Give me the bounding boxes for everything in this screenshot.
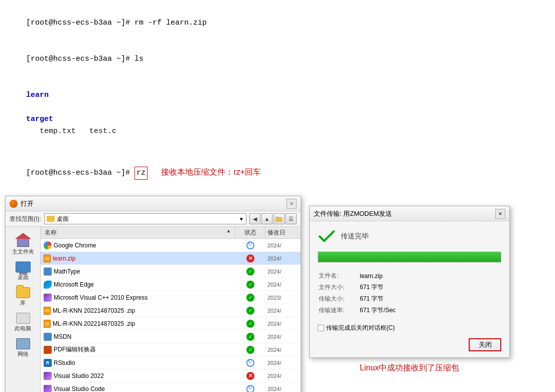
- file-row[interactable]: Microsoft Edge ✓ 2024/: [41, 278, 301, 291]
- file-row[interactable]: Visual Studio 2022 ✕ 2024/: [41, 369, 301, 382]
- file-date-cell: 2024/: [265, 359, 301, 367]
- file-list-header: 名称 ▲ 状态 修改日: [41, 227, 301, 239]
- file-status-cell: ✓: [235, 306, 265, 316]
- success-row: 传送完毕: [318, 227, 501, 245]
- terminal-line-1: [root@hcss-ecs-b3aa ~]# rm -rf learn.zip: [8, 5, 547, 41]
- close-on-finish-checkbox[interactable]: [318, 325, 324, 331]
- computer-icon: [16, 313, 30, 324]
- file-name-cell: Visual Studio 2022: [41, 371, 235, 381]
- file-row-learnzip[interactable]: zip learn.zip ✕ 2024/: [41, 252, 301, 265]
- file-date-cell: 2023/: [265, 294, 301, 302]
- green-status-icon: ✓: [246, 281, 254, 289]
- dialog-title: 打开: [10, 199, 34, 208]
- dialog-app-icon: [10, 200, 18, 208]
- filename-value: learn.zip: [360, 271, 500, 281]
- file-status-cell: [235, 384, 265, 393]
- file-status-cell: ✕: [235, 253, 265, 264]
- chrome-icon: [44, 241, 52, 249]
- file-row[interactable]: zip ML-R-KNN 202214870325 .zip ✓ 2024/: [41, 304, 301, 317]
- file-status-cell: ✓: [235, 345, 265, 355]
- transfer-size-label: 传输大小:: [319, 294, 359, 304]
- transfer-info-table: 文件名: learn.zip 文件大小: 671 字节 传输大小: 671 字节…: [318, 270, 501, 317]
- app-icon: [44, 333, 52, 341]
- dialog-close-button[interactable]: ×: [287, 199, 297, 209]
- view-button[interactable]: ☰: [286, 213, 297, 224]
- transfer-close-main-button[interactable]: 关闭: [469, 338, 501, 351]
- right-panel: 文件传输: 用ZMODEM发送 × 传送完毕: [309, 196, 510, 392]
- green-status-icon: ✓: [246, 333, 254, 341]
- transfer-titlebar: 文件传输: 用ZMODEM发送 ×: [310, 206, 509, 221]
- sidebar-label-network: 网络: [18, 350, 29, 358]
- sidebar-item-network[interactable]: 网络: [8, 336, 38, 360]
- green-status-icon: ✓: [246, 346, 254, 354]
- file-row[interactable]: MathType ✓ 2024/: [41, 265, 301, 278]
- sidebar-item-desktop[interactable]: 桌面: [8, 259, 38, 283]
- file-list-area: 名称 ▲ 状态 修改日 Google Chrome 2024/: [41, 227, 301, 392]
- target-dir: target: [26, 115, 53, 123]
- sidebar-item-home[interactable]: 主文件夹: [8, 231, 38, 257]
- sidebar-item-computer[interactable]: 此电脑: [8, 311, 38, 334]
- dialog-sidebar: 主文件夹 桌面 库 此电脑 网络: [6, 227, 41, 392]
- file-status-cell: ✓: [235, 319, 265, 329]
- zip-icon: zip: [44, 320, 51, 328]
- file-status-cell: [235, 358, 265, 368]
- new-folder-button[interactable]: [273, 213, 285, 224]
- vs-icon: [44, 294, 52, 302]
- file-row[interactable]: PDF编辑转换器 ✓ 2024/: [41, 343, 301, 356]
- zip-icon: zip: [44, 254, 51, 263]
- filesize-value: 671 字节: [360, 282, 500, 293]
- location-label: 查找范围(I):: [10, 215, 41, 223]
- main-content-area: 打开 × 查找范围(I): 桌面 ▼ ◀ ▲ ☰: [0, 196, 555, 392]
- checkmark-icon: [318, 227, 336, 245]
- file-name-cell: MathType: [41, 267, 235, 277]
- file-date-cell: 2024/: [265, 385, 301, 393]
- transfer-close-button[interactable]: ×: [495, 209, 505, 219]
- file-open-dialog: 打开 × 查找范围(I): 桌面 ▼ ◀ ▲ ☰: [5, 196, 301, 392]
- network-icon: [16, 338, 30, 349]
- transfer-body: 传送完毕 文件名: learn.zip 文件大小: 671 字节: [310, 221, 509, 357]
- file-row[interactable]: R RStudio 2024/: [41, 356, 301, 369]
- toolbar-buttons: ◀ ▲ ☰: [249, 213, 297, 224]
- transfer-rate-label: 传输速率:: [319, 305, 359, 316]
- file-name-cell: Microsoft Visual C++ 2010 Express: [41, 293, 235, 303]
- transfer-rate-value: 671 字节/Sec: [360, 305, 500, 316]
- rz-command-box: rz: [134, 167, 148, 180]
- nav-up-button[interactable]: ▲: [261, 213, 272, 224]
- green-status-icon: ✓: [246, 320, 254, 328]
- sidebar-label-home: 主文件夹: [12, 248, 34, 255]
- nav-back-button[interactable]: ◀: [249, 213, 260, 224]
- filename-label: 文件名:: [319, 271, 359, 281]
- file-row[interactable]: Google Chrome 2024/: [41, 239, 301, 252]
- dialog-body: 主文件夹 桌面 库 此电脑 网络: [6, 227, 301, 392]
- file-date-cell: 2024/: [265, 320, 301, 328]
- file-row[interactable]: MSDN ✓ 2024/: [41, 330, 301, 343]
- progress-bar-fill: [318, 252, 501, 262]
- file-date-cell: 2024/: [265, 372, 301, 380]
- rz-comment: 接收本地压缩文件：rz+回车: [155, 168, 261, 176]
- file-name-cell: Microsoft Edge: [41, 280, 235, 290]
- learn-dir: learn: [26, 91, 49, 99]
- sidebar-item-library[interactable]: 库: [8, 285, 38, 309]
- file-row[interactable]: zip ML-R-KNN 202214870325 .zip ✓ 2024/: [41, 317, 301, 330]
- file-name-cell: Visual Studio Code: [41, 384, 235, 393]
- file-row[interactable]: Microsoft Visual C++ 2010 Express ✓ 2023…: [41, 291, 301, 304]
- app-icon: [44, 268, 52, 276]
- edge-icon: [44, 281, 52, 289]
- col-name: 名称 ▲: [41, 227, 235, 238]
- linux-success-text: Linux中成功接收到了压缩包: [309, 363, 510, 373]
- file-date-cell: 2024/: [265, 346, 301, 354]
- file-date-cell: 2024/: [265, 333, 301, 341]
- file-name-cell: zip ML-R-KNN 202214870325 .zip: [41, 319, 235, 329]
- file-status-cell: ✓: [235, 293, 265, 303]
- sync-status-icon: [246, 385, 254, 393]
- file-date-cell: 2024/: [265, 307, 301, 315]
- file-name-cell: zip learn.zip: [41, 253, 235, 264]
- location-dropdown[interactable]: 桌面 ▼: [44, 213, 246, 224]
- file-name-cell: zip ML-R-KNN 202214870325 .zip: [41, 306, 235, 316]
- filesize-label: 文件大小:: [319, 282, 359, 293]
- file-name-cell: R RStudio: [41, 358, 235, 368]
- col-status: 状态: [235, 227, 265, 238]
- dropdown-arrow: ▼: [239, 216, 244, 222]
- file-row[interactable]: Visual Studio Code 2024/: [41, 382, 301, 392]
- zip-icon: zip: [44, 307, 51, 315]
